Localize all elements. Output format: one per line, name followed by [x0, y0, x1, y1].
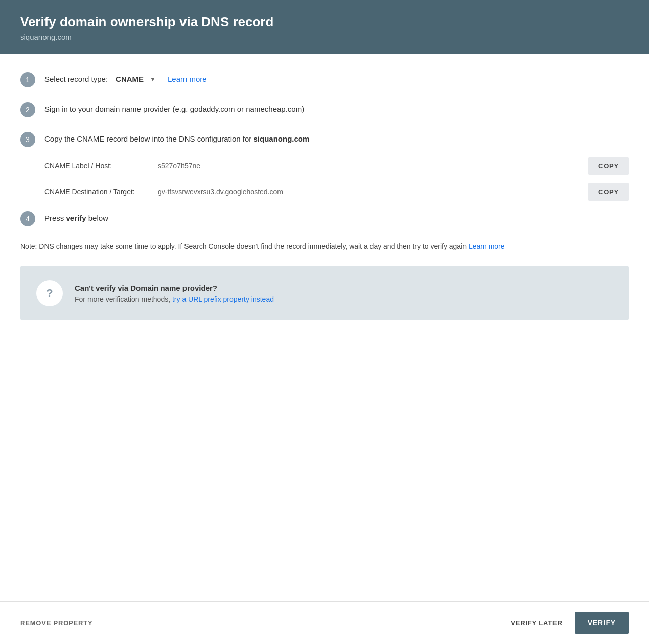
step-1-content: Select record type: CNAME ▼ Learn more: [44, 72, 207, 85]
step-4-bold: verify: [66, 214, 86, 222]
step-1-number: 1: [20, 72, 35, 87]
domain-name: siquanong.com: [20, 33, 629, 41]
copy-destination-button[interactable]: COPY: [588, 183, 629, 201]
url-prefix-link[interactable]: try a URL prefix property instead: [172, 295, 274, 303]
info-box-text: Can't verify via Domain name provider? F…: [75, 284, 274, 303]
step-2: 2 Sign in to your domain name provider (…: [20, 102, 629, 117]
verify-later-button[interactable]: VERIFY LATER: [511, 614, 562, 632]
step-2-content: Sign in to your domain name provider (e.…: [44, 102, 304, 115]
step-4-content: Press verify below: [44, 211, 108, 224]
dropdown-arrow-icon: ▼: [150, 75, 156, 84]
info-box-body: For more verification methods, try a URL…: [75, 295, 274, 303]
cname-destination-label: CNAME Destination / Target:: [44, 187, 156, 197]
question-mark-icon: ?: [46, 287, 53, 300]
record-type-select[interactable]: CNAME ▼: [116, 74, 156, 85]
step-2-number: 2: [20, 102, 35, 117]
info-icon-circle: ?: [36, 280, 63, 306]
page-title: Verify domain ownership via DNS record: [20, 14, 629, 30]
main-content: 1 Select record type: CNAME ▼ Learn more…: [0, 54, 649, 601]
note-section: Note: DNS changes may take some time to …: [20, 241, 629, 252]
step-4: 4 Press verify below: [20, 211, 629, 226]
remove-property-button[interactable]: REMOVE PROPERTY: [20, 614, 92, 632]
step-3-content: Copy the CNAME record below into the DNS…: [44, 131, 309, 145]
record-type-value: CNAME: [116, 74, 144, 85]
step-1: 1 Select record type: CNAME ▼ Learn more: [20, 72, 629, 87]
info-box: ? Can't verify via Domain name provider?…: [20, 266, 629, 320]
footer-right: VERIFY LATER VERIFY: [511, 612, 629, 634]
step-4-suffix: below: [86, 214, 108, 222]
step-3: 3 Copy the CNAME record below into the D…: [20, 131, 629, 147]
step-4-number: 4: [20, 211, 35, 226]
note-learn-more-link[interactable]: Learn more: [469, 242, 505, 250]
step-4-prefix: Press: [44, 214, 66, 222]
learn-more-link[interactable]: Learn more: [168, 74, 207, 85]
footer: REMOVE PROPERTY VERIFY LATER VERIFY: [0, 601, 649, 644]
copy-host-button[interactable]: COPY: [588, 157, 629, 175]
cname-host-row: CNAME Label / Host: COPY: [44, 157, 629, 175]
cname-host-label: CNAME Label / Host:: [44, 161, 156, 171]
record-type-row: Select record type: CNAME ▼ Learn more: [44, 74, 207, 85]
dns-fields: CNAME Label / Host: COPY CNAME Destinati…: [44, 157, 629, 201]
cname-destination-input[interactable]: [156, 185, 580, 199]
info-box-title: Can't verify via Domain name provider?: [75, 284, 274, 292]
info-box-body-prefix: For more verification methods,: [75, 295, 172, 303]
step-3-domain: siquanong.com: [254, 134, 310, 143]
cname-host-input[interactable]: [156, 159, 580, 173]
verify-button[interactable]: VERIFY: [575, 612, 629, 634]
record-type-label: Select record type:: [44, 74, 108, 85]
header: Verify domain ownership via DNS record s…: [0, 0, 649, 54]
note-text: Note: DNS changes may take some time to …: [20, 242, 467, 250]
step-3-prefix: Copy the CNAME record below into the DNS…: [44, 134, 254, 143]
cname-destination-row: CNAME Destination / Target: COPY: [44, 183, 629, 201]
step-3-number: 3: [20, 132, 35, 147]
